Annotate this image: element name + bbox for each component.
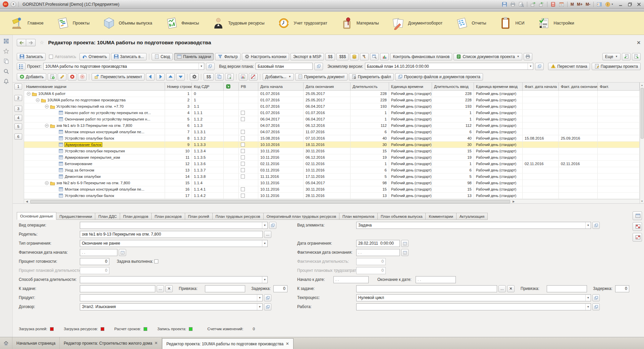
to-task-clear-button[interactable]: ✕ [165, 285, 173, 292]
close-tab-icon[interactable]: ✕ [286, 342, 289, 346]
add-menu-button[interactable]: Добавить...▼ [263, 73, 294, 81]
element-input[interactable]: ▼ [356, 222, 591, 229]
table-row[interactable]: Монтаж опорных конструкций опалубки пе..… [24, 129, 640, 135]
table-row[interactable]: Армирование перекрытия_изм111.1.3.510.11… [24, 154, 640, 161]
chevron-down-icon[interactable]: ▼ [199, 63, 204, 69]
tab-7[interactable]: План трудовых ресурсов [213, 213, 264, 220]
plan-version-open-button[interactable] [314, 63, 323, 70]
level-button-4[interactable]: 4 [14, 115, 22, 121]
rv-checkbox[interactable] [241, 130, 245, 134]
roles-load-panel-button[interactable] [633, 222, 642, 231]
level-button-5[interactable]: 5 [14, 123, 22, 130]
column-header-wbs[interactable]: Код СДР [192, 83, 224, 90]
delay-input[interactable] [273, 285, 287, 292]
restore-icon[interactable] [628, 2, 632, 7]
table-row[interactable]: 10UMA 6 работ1001.07.201625.05.2017228Ра… [24, 91, 640, 97]
memory-button[interactable]: M- [586, 2, 590, 7]
calc-icon[interactable] [550, 2, 556, 7]
constraint-date-calendar-button[interactable] [401, 240, 409, 247]
project-open-button[interactable] [206, 63, 215, 70]
linksend-icon[interactable] [539, 2, 544, 7]
rv-checkbox[interactable] [241, 117, 245, 121]
column-header-start[interactable]: Дата начала [258, 83, 304, 90]
to-task-select-button[interactable]: ... [498, 285, 506, 292]
column-header-unit2[interactable]: Единица времени ввод [474, 83, 523, 90]
attach-document-button[interactable]: Прикрепить документ [295, 73, 347, 81]
undelete-button[interactable] [78, 73, 87, 81]
contract-open-button[interactable] [264, 303, 271, 310]
dur_method-value[interactable] [80, 277, 262, 283]
table-row[interactable]: Устройство опалубки балок81.1.3.215.08.2… [24, 135, 640, 142]
contract-input[interactable]: ▼ [80, 303, 263, 310]
window-tool-button[interactable] [370, 53, 379, 60]
ribbon-section-6[interactable]: Учет трудозатрат [271, 12, 333, 35]
project-input[interactable]: ▼ [43, 63, 204, 70]
work-open-button[interactable] [592, 303, 600, 310]
tab-3[interactable]: План ДДС [95, 213, 120, 220]
more-button[interactable]: Еще▼ [602, 53, 621, 60]
favorite-star-icon[interactable]: ☆ [40, 40, 44, 46]
binding-value[interactable] [547, 286, 587, 292]
dollar2-button[interactable]: $$ [325, 53, 335, 60]
chevron-down-icon[interactable]: ▼ [585, 295, 591, 301]
table-row[interactable]: Бетонирование121.1.3.602.11.201602.11.20… [24, 161, 640, 167]
info-icon[interactable] [605, 2, 610, 7]
tab-8[interactable]: Оперативный план трудовых ресурсов [264, 213, 339, 220]
level-button-2[interactable]: 2 [14, 95, 22, 101]
window-tab-3[interactable]: Редактор проекта: 10UMA работы по подгот… [162, 338, 293, 349]
fact_start-value[interactable] [80, 249, 117, 256]
product-open-button[interactable] [264, 294, 271, 301]
ribbon-section-9[interactable]: Отчеты [449, 12, 492, 35]
memory-button[interactable]: M+ [577, 2, 583, 7]
element-open-button[interactable] [592, 222, 600, 229]
to_task-value[interactable] [80, 286, 155, 292]
version-instance-value[interactable] [365, 63, 528, 69]
project-parameters-button[interactable]: Параметры проекта [592, 63, 641, 70]
tab-10[interactable]: План объемов выпуска [378, 213, 426, 220]
load-document-button[interactable] [622, 53, 631, 60]
techprocess-input[interactable]: ▼ [356, 294, 591, 301]
print-button[interactable] [524, 53, 532, 60]
contract-value[interactable] [80, 304, 257, 310]
collapse-icon[interactable] [45, 181, 49, 185]
cost-button[interactable]: $$ [204, 73, 213, 81]
rv-checkbox[interactable] [241, 194, 245, 198]
level-button-6[interactable]: 6 [14, 134, 22, 140]
column-header-fs[interactable]: Факт. дата начала [523, 83, 559, 90]
fact-end-calendar-button[interactable] [401, 249, 409, 256]
fact_dur-value[interactable] [357, 258, 385, 265]
fact_dur-input[interactable] [356, 258, 386, 265]
percent_labor-value[interactable] [357, 267, 385, 274]
ribbon-section-8[interactable]: Документооборот [385, 12, 449, 35]
binding-input[interactable] [205, 285, 245, 292]
tab-11[interactable]: Комментарии [426, 213, 456, 220]
collapse-icon[interactable] [45, 105, 49, 108]
ribbon-section-11[interactable]: Настройки [531, 12, 581, 35]
move-down-button[interactable] [176, 73, 185, 81]
binding-input[interactable] [547, 285, 587, 292]
percent_ready-value[interactable] [80, 258, 109, 265]
project-value[interactable] [44, 63, 199, 69]
delete-button[interactable] [68, 73, 76, 81]
home-button[interactable] [0, 337, 12, 349]
fact_start-input[interactable] [80, 249, 117, 256]
preview-icon[interactable] [519, 2, 524, 7]
window-tab-2[interactable]: Редактор проекта: Строительство жилого д… [60, 337, 162, 349]
undo-button[interactable]: Отменить [79, 53, 110, 60]
chevron-down-icon[interactable]: ▼ [585, 222, 591, 229]
constraint-value[interactable] [80, 240, 262, 247]
level-button-3[interactable]: 3 [14, 106, 22, 112]
version-instance-open-button[interactable] [535, 63, 544, 70]
close-icon[interactable] [637, 2, 641, 7]
to_task-input[interactable] [80, 285, 155, 292]
project-documents-button[interactable]: Список документов проекта▼ [453, 53, 522, 60]
task-panel-button[interactable]: Панель задачи [174, 53, 214, 60]
fact_end-input[interactable] [356, 249, 400, 256]
techprocess-open-button[interactable] [592, 294, 600, 301]
configure-columns-button[interactable]: Настроить колонки [242, 53, 289, 60]
chevron-down-icon[interactable]: ▼ [257, 304, 262, 310]
save-icon[interactable] [502, 2, 507, 7]
tab-1[interactable]: Основные данные [17, 212, 56, 220]
constraint_date-value[interactable] [357, 240, 399, 247]
column-header-unit[interactable]: Единица времени [389, 83, 432, 90]
